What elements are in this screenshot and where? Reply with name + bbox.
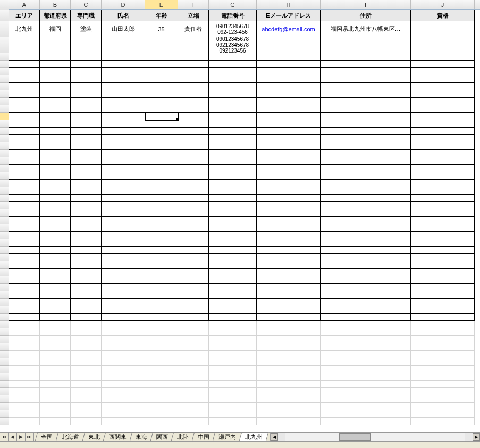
- cell[interactable]: [40, 343, 71, 351]
- row-header[interactable]: [0, 261, 9, 269]
- cell[interactable]: [321, 395, 411, 403]
- cell[interactable]: [321, 321, 411, 328]
- sheet-tab-西関東[interactable]: 西関東: [103, 432, 133, 441]
- cell[interactable]: [40, 37, 71, 53]
- cell[interactable]: [411, 395, 475, 403]
- cell[interactable]: [9, 172, 40, 180]
- cell[interactable]: [178, 336, 209, 343]
- cell[interactable]: [102, 232, 145, 239]
- cell[interactable]: [321, 306, 411, 314]
- cell[interactable]: [145, 276, 178, 284]
- cell[interactable]: [411, 366, 475, 373]
- cell[interactable]: [9, 105, 40, 113]
- cell[interactable]: [209, 209, 257, 217]
- cell[interactable]: [71, 142, 102, 150]
- cell[interactable]: [257, 142, 321, 150]
- cell[interactable]: [145, 336, 178, 343]
- cell[interactable]: [9, 261, 40, 269]
- cell[interactable]: [145, 261, 178, 269]
- cell[interactable]: [257, 314, 321, 321]
- cell[interactable]: [145, 187, 178, 195]
- cell[interactable]: [102, 328, 145, 336]
- cell[interactable]: [209, 418, 257, 425]
- cell[interactable]: [145, 343, 178, 351]
- cell[interactable]: [178, 53, 209, 61]
- cell[interactable]: [145, 314, 178, 321]
- cell[interactable]: [9, 418, 40, 425]
- cell[interactable]: [40, 299, 71, 306]
- cell[interactable]: [102, 187, 145, 195]
- cell[interactable]: [40, 105, 71, 113]
- cell[interactable]: [411, 418, 475, 425]
- cell[interactable]: [411, 150, 475, 157]
- cell[interactable]: [178, 120, 209, 128]
- cell[interactable]: [9, 68, 40, 75]
- cell[interactable]: [9, 157, 40, 165]
- cell[interactable]: [40, 366, 71, 373]
- row-header[interactable]: [0, 269, 9, 276]
- cell[interactable]: [145, 195, 178, 202]
- cell[interactable]: [40, 90, 71, 98]
- cell[interactable]: [178, 381, 209, 388]
- cell[interactable]: [102, 90, 145, 98]
- cell[interactable]: [102, 373, 145, 381]
- cell[interactable]: [321, 381, 411, 388]
- select-all-corner[interactable]: [0, 0, 9, 10]
- cell[interactable]: [145, 165, 178, 172]
- cell[interactable]: [209, 98, 257, 105]
- row-header[interactable]: [0, 321, 9, 328]
- cell[interactable]: [9, 276, 40, 284]
- row-header[interactable]: [0, 10, 9, 21]
- cell[interactable]: [71, 358, 102, 366]
- cell[interactable]: [178, 343, 209, 351]
- cell[interactable]: [40, 165, 71, 172]
- cell[interactable]: [178, 395, 209, 403]
- cell[interactable]: [178, 180, 209, 187]
- cell[interactable]: [178, 254, 209, 261]
- cell[interactable]: [321, 195, 411, 202]
- cell[interactable]: [321, 98, 411, 105]
- cell[interactable]: [40, 388, 71, 395]
- cell[interactable]: [102, 75, 145, 83]
- cell[interactable]: [411, 291, 475, 299]
- cell[interactable]: [321, 37, 411, 53]
- cell[interactable]: [257, 269, 321, 276]
- tab-nav-last[interactable]: ⏭: [26, 433, 34, 441]
- cell[interactable]: [102, 224, 145, 232]
- cell[interactable]: [257, 75, 321, 83]
- cell[interactable]: [102, 336, 145, 343]
- cell[interactable]: [209, 299, 257, 306]
- cell[interactable]: [9, 366, 40, 373]
- row-header[interactable]: [0, 142, 9, 150]
- cell[interactable]: [411, 61, 475, 68]
- cell[interactable]: [178, 172, 209, 180]
- table-header-D[interactable]: 氏名: [102, 10, 145, 21]
- cell[interactable]: [209, 68, 257, 75]
- cell[interactable]: [257, 195, 321, 202]
- cell[interactable]: [257, 381, 321, 388]
- cell[interactable]: [321, 314, 411, 321]
- sheet-tab-関西[interactable]: 関西: [150, 432, 174, 441]
- cell[interactable]: [145, 37, 178, 53]
- cell[interactable]: 福岡: [40, 21, 71, 37]
- cell[interactable]: [145, 90, 178, 98]
- cell[interactable]: [102, 247, 145, 254]
- cell[interactable]: [40, 187, 71, 195]
- cell[interactable]: [209, 343, 257, 351]
- row-header[interactable]: [0, 195, 9, 202]
- cell[interactable]: [209, 373, 257, 381]
- cell[interactable]: [71, 202, 102, 209]
- cell[interactable]: [321, 291, 411, 299]
- cell[interactable]: [145, 53, 178, 61]
- cell[interactable]: [257, 53, 321, 61]
- cell[interactable]: [71, 328, 102, 336]
- cell[interactable]: [209, 321, 257, 328]
- cell[interactable]: [209, 157, 257, 165]
- cell[interactable]: 35: [145, 21, 178, 37]
- cell[interactable]: [71, 410, 102, 418]
- cell[interactable]: [411, 202, 475, 209]
- column-header-E[interactable]: E: [145, 0, 178, 9]
- cell[interactable]: [40, 314, 71, 321]
- cell[interactable]: [411, 410, 475, 418]
- cell[interactable]: [40, 180, 71, 187]
